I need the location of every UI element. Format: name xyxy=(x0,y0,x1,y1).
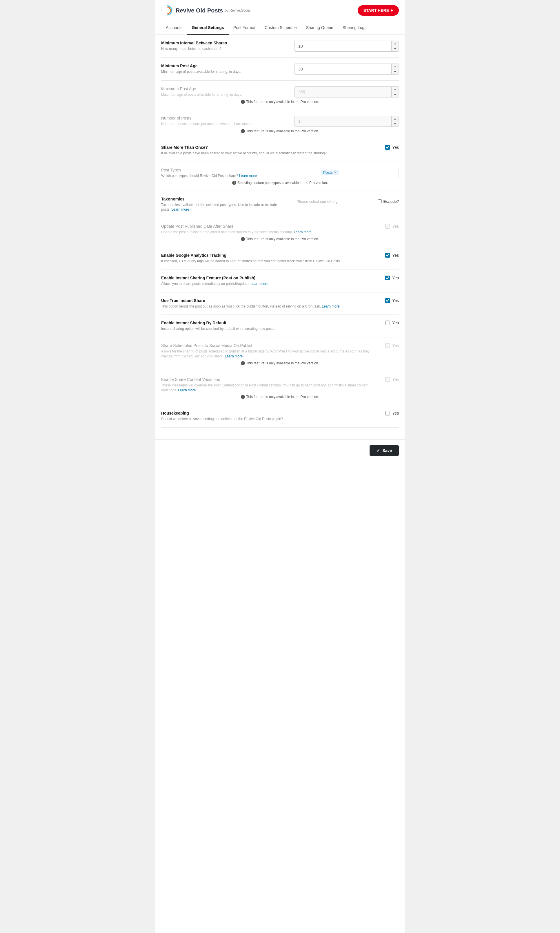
setting-max-post-age-desc: Maximum age of posts available for shari… xyxy=(161,92,289,97)
tab-post-format[interactable]: Post Format xyxy=(229,21,260,35)
setting-true-instant-share-desc: This option sends the post out as soon a… xyxy=(161,304,379,309)
tag-remove-posts[interactable]: ✕ xyxy=(334,170,337,174)
setting-instant-sharing-default: Enable Instant Sharing By Default Instan… xyxy=(161,315,399,338)
tab-sharing-queue[interactable]: Sharing Queue xyxy=(302,21,338,35)
info-icon-4: i xyxy=(241,237,245,241)
instant-sharing-checkbox[interactable] xyxy=(385,276,390,280)
min-interval-down[interactable]: ▼ xyxy=(392,46,398,51)
setting-min-interval-info: Minimum Interval Between Shares How many… xyxy=(161,41,289,51)
save-button[interactable]: ✓ Save xyxy=(369,445,399,456)
true-instant-share-checkbox[interactable] xyxy=(385,298,390,303)
info-icon-2: i xyxy=(241,129,245,133)
tab-accounts[interactable]: Accounts xyxy=(161,21,187,35)
housekeeping-checkbox[interactable] xyxy=(385,411,390,415)
setting-post-types-info: Post Types Which post types should Reviv… xyxy=(161,168,312,179)
instant-sharing-default-checkbox[interactable] xyxy=(385,321,390,325)
setting-share-scheduled-label: Share Scheduled Posts to Social Media On… xyxy=(161,343,379,348)
share-content-variations-learn-more[interactable]: Learn more xyxy=(178,388,195,392)
tag-label: Posts xyxy=(323,170,333,175)
min-interval-up[interactable]: ▲ xyxy=(392,41,398,46)
share-scheduled-learn-more[interactable]: Learn more xyxy=(225,354,243,358)
instant-sharing-default-checkbox-label[interactable]: Yes xyxy=(385,321,399,325)
post-types-learn-more[interactable]: Learn more xyxy=(239,174,257,178)
instant-sharing-learn-more[interactable]: Learn more xyxy=(251,282,268,286)
setting-instant-sharing-default-info: Enable Instant Sharing By Default Instan… xyxy=(161,321,379,331)
setting-google-analytics-control: Yes xyxy=(385,253,399,258)
number-of-posts-down[interactable]: ▼ xyxy=(392,121,398,126)
exclude-checkbox[interactable] xyxy=(378,199,382,204)
start-here-button[interactable]: START HERE xyxy=(358,5,399,15)
setting-max-post-age: Maximum Post Age Maximum age of posts av… xyxy=(161,86,399,97)
setting-instant-sharing-label: Enable Instant Sharing Feature (Post on … xyxy=(161,276,379,280)
max-post-age-input[interactable] xyxy=(295,87,391,97)
setting-max-post-age-control: ▲ ▼ xyxy=(294,86,399,97)
share-scheduled-checkbox[interactable] xyxy=(385,343,390,348)
setting-post-types-block: Post Types Which post types should Reviv… xyxy=(161,162,399,191)
setting-max-post-age-info: Maximum Post Age Maximum age of posts av… xyxy=(161,86,289,97)
setting-max-post-age-label: Maximum Post Age xyxy=(161,86,289,91)
max-post-age-pro-notice: i This feature is only available in the … xyxy=(161,97,399,104)
taxonomies-select[interactable]: Please select something xyxy=(293,197,374,206)
tab-custom-schedule[interactable]: Custom Schedule xyxy=(260,21,302,35)
share-content-variations-checkbox[interactable] xyxy=(385,377,390,382)
min-interval-input-wrap: ▲ ▼ xyxy=(294,41,399,52)
max-post-age-up[interactable]: ▲ xyxy=(392,87,398,92)
update-post-date-yes-label: Yes xyxy=(392,224,399,228)
min-interval-input[interactable] xyxy=(295,41,391,51)
setting-min-post-age-label: Minimum Post Age xyxy=(161,63,289,68)
setting-post-types-label: Post Types xyxy=(161,168,312,172)
tab-general-settings[interactable]: General Settings xyxy=(187,21,229,35)
info-icon-6: i xyxy=(241,395,245,399)
min-post-age-down[interactable]: ▼ xyxy=(392,69,398,74)
share-content-variations-checkbox-label[interactable]: Yes xyxy=(385,377,399,382)
setting-share-more-control: Yes xyxy=(385,145,399,150)
setting-instant-sharing-default-desc: Instant sharing option will be checked b… xyxy=(161,326,379,331)
number-of-posts-input[interactable] xyxy=(295,116,391,126)
google-analytics-checkbox-label[interactable]: Yes xyxy=(385,253,399,258)
post-types-tags-input[interactable]: Posts ✕ xyxy=(318,168,399,177)
check-icon: ✓ xyxy=(377,448,380,453)
number-of-posts-pro-text: This feature is only available in the Pr… xyxy=(246,129,319,133)
tab-sharing-logs[interactable]: Sharing Logs xyxy=(338,21,371,35)
app-title: Revive Old Posts xyxy=(175,7,223,14)
taxonomies-learn-more[interactable]: Learn more xyxy=(171,207,189,211)
play-icon xyxy=(391,9,393,12)
setting-min-interval-label: Minimum Interval Between Shares xyxy=(161,41,289,45)
true-instant-share-checkbox-label[interactable]: Yes xyxy=(385,298,399,303)
google-analytics-yes-label: Yes xyxy=(392,253,399,258)
setting-google-analytics: Enable Google Analytics Tracking If chec… xyxy=(161,247,399,270)
google-analytics-checkbox[interactable] xyxy=(385,253,390,258)
update-post-date-pro-notice: i This feature is only available in the … xyxy=(161,235,399,241)
share-more-checkbox[interactable] xyxy=(385,145,390,150)
info-icon: i xyxy=(241,100,245,104)
setting-housekeeping-info: Housekeeping Should we delete all saved … xyxy=(161,411,379,421)
post-types-tag-posts: Posts ✕ xyxy=(321,170,339,175)
exclude-text: Exclude? xyxy=(383,199,399,204)
share-scheduled-checkbox-label[interactable]: Yes xyxy=(385,343,399,348)
setting-share-more-than-once: Share More Than Once? If all available p… xyxy=(161,139,399,162)
housekeeping-checkbox-label[interactable]: Yes xyxy=(385,411,399,415)
max-post-age-spin: ▲ ▼ xyxy=(391,87,398,97)
start-here-label: START HERE xyxy=(363,8,389,13)
min-interval-spin: ▲ ▼ xyxy=(391,41,398,51)
max-post-age-down[interactable]: ▼ xyxy=(392,92,398,97)
share-more-yes-label: Yes xyxy=(392,145,399,150)
update-post-date-checkbox-label[interactable]: Yes xyxy=(385,224,399,228)
setting-true-instant-share: Use True Instant Share This option sends… xyxy=(161,292,399,315)
min-post-age-input[interactable] xyxy=(295,64,391,74)
min-post-age-up[interactable]: ▲ xyxy=(392,64,398,69)
setting-min-interval: Minimum Interval Between Shares How many… xyxy=(161,35,399,58)
setting-min-post-age: Minimum Post Age Minimum age of posts av… xyxy=(161,58,399,81)
number-of-posts-up[interactable]: ▲ xyxy=(392,116,398,121)
true-instant-share-learn-more[interactable]: Learn more xyxy=(322,304,339,308)
info-icon-5: i xyxy=(241,361,245,365)
update-post-date-learn-more[interactable]: Learn more xyxy=(294,230,312,234)
exclude-label[interactable]: Exclude? xyxy=(378,199,399,204)
setting-taxonomies-label: Taxonomies xyxy=(161,197,287,201)
post-types-pro-text: Selecting custom post types is available… xyxy=(237,181,328,185)
instant-sharing-checkbox-label[interactable]: Yes xyxy=(385,276,399,280)
setting-number-of-posts-info: Number of Posts Number of posts to share… xyxy=(161,116,289,126)
update-post-date-checkbox[interactable] xyxy=(385,224,390,228)
share-more-checkbox-label[interactable]: Yes xyxy=(385,145,399,150)
housekeeping-yes-label: Yes xyxy=(392,411,399,415)
